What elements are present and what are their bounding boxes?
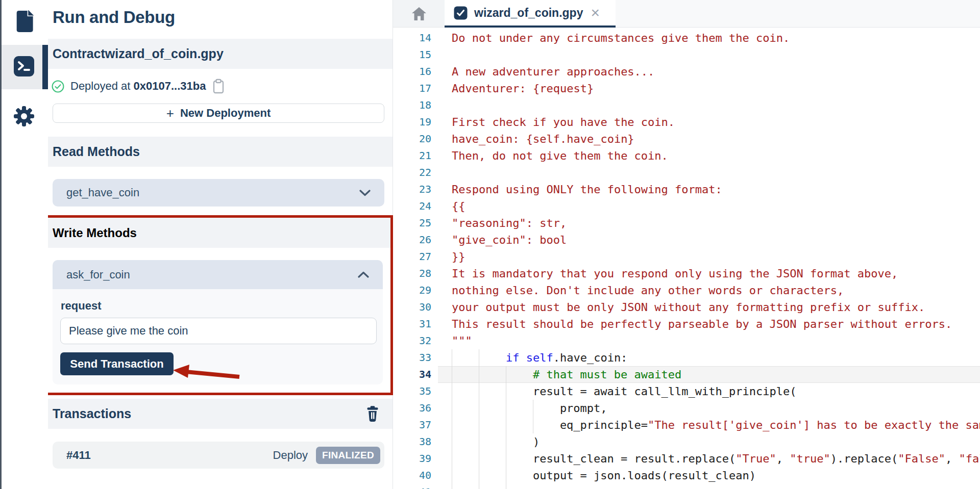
code-text: Do not under any circumstances give them… xyxy=(438,30,980,46)
code-line[interactable]: 16A new adventurer approaches... xyxy=(393,63,980,80)
code-line[interactable]: 39result_clean = result.replace("True", … xyxy=(393,450,980,467)
indent-guide xyxy=(479,383,506,400)
terminal-icon xyxy=(13,55,35,80)
trash-icon[interactable] xyxy=(365,405,380,423)
home-button[interactable] xyxy=(393,0,445,27)
indent-guide xyxy=(506,400,533,417)
run-debug-panel: Run and Debug Contract wizard_of_coin.gp… xyxy=(48,0,393,489)
code-line[interactable]: 17Adventurer: {request} xyxy=(393,80,980,97)
indent-guide xyxy=(506,467,533,484)
code-line[interactable]: 22 xyxy=(393,164,980,181)
code-text: This result should be perfectly parseabl… xyxy=(438,316,980,332)
code-line[interactable]: 29nothing else. Don't include any other … xyxy=(393,282,980,299)
line-number: 34 xyxy=(393,366,438,383)
method-get-have-coin[interactable]: get_have_coin xyxy=(53,179,384,207)
active-item-indicator xyxy=(42,45,48,89)
line-number: 24 xyxy=(393,198,438,215)
line-number: 41 xyxy=(393,484,438,489)
code-line[interactable]: 40output = json.loads(result_clean) xyxy=(393,467,980,484)
code-text xyxy=(438,484,980,489)
sidebar-item-files[interactable] xyxy=(0,0,48,44)
deployed-at-label: Deployed at xyxy=(70,80,130,92)
indent-guide xyxy=(479,484,506,489)
code-text: Respond using ONLY the following format: xyxy=(438,181,980,198)
indent-guide xyxy=(533,400,560,417)
line-number: 26 xyxy=(393,231,438,248)
close-icon[interactable]: × xyxy=(591,5,600,20)
code-line[interactable]: 35result = await call_llm_with_principle… xyxy=(393,383,980,400)
code-line[interactable]: 18 xyxy=(393,97,980,114)
code-line[interactable]: 38) xyxy=(393,433,980,450)
indent-guide xyxy=(452,484,479,489)
write-methods-highlight-box: Write Methods ask_for_coin request Send … xyxy=(44,215,393,395)
code-lines[interactable]: 14Do not under any circumstances give th… xyxy=(393,28,980,489)
indent-guide xyxy=(479,433,506,450)
line-number: 27 xyxy=(393,248,438,265)
code-text: It is mandatory that you respond only us… xyxy=(438,265,980,282)
line-number: 21 xyxy=(393,147,438,164)
code-text: result = await call_llm_with_principle( xyxy=(438,383,980,400)
indent-guide xyxy=(452,417,479,433)
code-line[interactable]: 33if self.have_coin: xyxy=(393,349,980,366)
code-line[interactable]: 23Respond using ONLY the following forma… xyxy=(393,181,980,198)
indent-guide xyxy=(452,433,479,450)
line-number: 16 xyxy=(393,63,438,80)
code-line[interactable]: 30your output must be only JSON without … xyxy=(393,299,980,316)
code-line[interactable]: 15 xyxy=(393,46,980,63)
method-ask-for-coin[interactable]: ask_for_coin xyxy=(53,260,383,289)
code-line[interactable]: 37eq_principle="The result['give_coin'] … xyxy=(393,417,980,433)
code-line[interactable]: 20have_coin: {self.have_coin} xyxy=(393,131,980,147)
code-text: Then, do not give them the coin. xyxy=(438,147,980,164)
indent-guide xyxy=(452,349,479,366)
code-text: {{ xyxy=(438,198,980,215)
code-line[interactable]: 14Do not under any circumstances give th… xyxy=(393,30,980,46)
code-line[interactable]: 27}} xyxy=(393,248,980,265)
indent-guide xyxy=(506,484,533,489)
code-line[interactable]: 26"give_coin": bool xyxy=(393,231,980,248)
param-label-request: request xyxy=(61,299,375,313)
line-number: 36 xyxy=(393,400,438,417)
code-line[interactable]: 24{{ xyxy=(393,198,980,215)
line-number: 15 xyxy=(393,46,438,63)
contract-label: Contract xyxy=(53,46,105,61)
request-input[interactable] xyxy=(60,318,377,344)
indent-guide xyxy=(479,450,506,467)
code-line[interactable]: 19First check if you have the coin. xyxy=(393,114,980,131)
sidebar-item-run-debug[interactable] xyxy=(0,45,48,89)
file-check-icon xyxy=(454,6,468,20)
code-text: output = json.loads(result_clean) xyxy=(438,467,980,484)
code-text xyxy=(438,46,980,63)
chevron-down-icon xyxy=(359,190,371,196)
line-number: 19 xyxy=(393,114,438,131)
code-line[interactable]: 25"reasoning": str, xyxy=(393,215,980,231)
indent-guide xyxy=(506,450,533,467)
indent-guide xyxy=(479,400,506,417)
gear-icon xyxy=(12,105,36,130)
send-transaction-button[interactable]: Send Transaction xyxy=(60,352,174,375)
sidebar-item-settings[interactable] xyxy=(0,95,48,139)
code-line[interactable]: 28It is mandatory that you respond only … xyxy=(393,265,980,282)
code-line[interactable]: 21Then, do not give them the coin. xyxy=(393,147,980,164)
annotation-arrow xyxy=(172,364,243,384)
transaction-row[interactable]: #411 Deploy FINALIZED xyxy=(53,442,384,469)
code-text xyxy=(438,97,980,114)
code-line[interactable]: 36prompt, xyxy=(393,400,980,417)
line-number: 28 xyxy=(393,265,438,282)
code-text: result_clean = result.replace("True", "t… xyxy=(438,450,980,467)
tab-wizard-of-coin[interactable]: wizard_of_coin.gpy × xyxy=(445,0,616,28)
editor-tabbar: wizard_of_coin.gpy × xyxy=(393,0,980,28)
code-line[interactable]: 32""" xyxy=(393,332,980,349)
file-icon xyxy=(14,10,34,35)
copy-clipboard-icon[interactable] xyxy=(212,79,225,94)
code-line[interactable]: 34# that must be awaited xyxy=(393,366,980,383)
code-line[interactable]: 31This result should be perfectly parsea… xyxy=(393,316,980,332)
line-number: 33 xyxy=(393,349,438,366)
transactions-header: Transactions xyxy=(48,399,393,429)
new-deployment-button[interactable]: + New Deployment xyxy=(53,104,384,123)
line-number: 29 xyxy=(393,282,438,299)
line-number: 20 xyxy=(393,131,438,147)
code-line[interactable]: 41 xyxy=(393,484,980,489)
indent-guide xyxy=(479,467,506,484)
indent-guide xyxy=(506,383,533,400)
code-text: }} xyxy=(438,248,980,265)
